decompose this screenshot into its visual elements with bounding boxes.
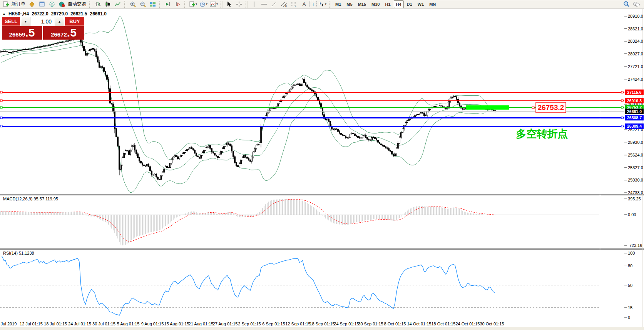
bar-close-value: 26661.0 xyxy=(90,11,106,17)
timeframe-button-M15[interactable]: M15 xyxy=(356,0,368,8)
svg-text:28324.0: 28324.0 xyxy=(628,39,643,43)
toolbar-separator xyxy=(184,1,186,8)
toolbar-separator xyxy=(246,1,248,8)
svg-text:15 Aug 01:15: 15 Aug 01:15 xyxy=(164,322,189,326)
timeframe-button-M1[interactable]: M1 xyxy=(333,0,343,8)
chart-canvas[interactable]: 28918.028621.028324.028027.027721.027424… xyxy=(0,9,644,330)
svg-text:5 Aug 01:15: 5 Aug 01:15 xyxy=(117,322,140,326)
svg-text:26661.0: 26661.0 xyxy=(627,109,642,114)
timeframe-button-H1[interactable]: H1 xyxy=(383,0,393,8)
zoom-in-button[interactable] xyxy=(128,0,137,8)
vertical-line-icon xyxy=(251,1,257,7)
svg-text:24733.0: 24733.0 xyxy=(628,190,643,195)
svg-text:80: 80 xyxy=(628,263,632,268)
timeframe-button-D1[interactable]: D1 xyxy=(405,0,415,8)
toolbar-separator xyxy=(124,1,126,8)
svg-text:50: 50 xyxy=(628,283,632,288)
template-chart-icon xyxy=(210,1,216,7)
arrows-tool-button[interactable]: ▾ xyxy=(318,0,327,8)
trendline-icon xyxy=(271,1,277,7)
templates-button[interactable]: ▾ xyxy=(209,0,219,8)
autotrading-label[interactable]: 自动交易 xyxy=(68,1,86,7)
timeframe-button-H4[interactable]: H4 xyxy=(394,0,404,8)
tile-windows-button[interactable] xyxy=(148,0,157,8)
new-chart-icon xyxy=(189,1,195,7)
new-order-button[interactable] xyxy=(1,0,10,8)
sell-button[interactable]: SELL xyxy=(2,17,20,26)
chat-button[interactable] xyxy=(632,0,641,8)
svg-text:28918.0: 28918.0 xyxy=(628,14,643,18)
vertical-line-tool-button[interactable] xyxy=(249,0,259,8)
one-click-trading-panel: SELL ▼ 1.00 ▲ BUY 26659.5 26672.5 xyxy=(2,17,84,40)
timeframe-button-W1[interactable]: W1 xyxy=(415,0,427,8)
svg-text:24 Oct 01:15: 24 Oct 01:15 xyxy=(456,322,480,326)
svg-text:25030.0: 25030.0 xyxy=(628,178,643,182)
periods-button[interactable]: ▾ xyxy=(199,0,208,8)
tile-windows-icon xyxy=(150,1,156,7)
chart-symbol-period: HK50-,H4 xyxy=(8,11,29,17)
channel-tool-button[interactable]: E xyxy=(279,0,289,8)
bar-open-value: 26722.0 xyxy=(32,11,48,17)
line-chart-mode-button[interactable] xyxy=(113,0,122,8)
svg-text:27721.0: 27721.0 xyxy=(628,64,643,69)
navigator-button[interactable] xyxy=(47,0,57,8)
volume-increase-button[interactable]: ▲ xyxy=(55,17,64,26)
crosshair-tool-button[interactable] xyxy=(234,0,244,8)
svg-text:30 Oct 01:15: 30 Oct 01:15 xyxy=(480,322,504,326)
auto-scroll-button[interactable] xyxy=(163,0,172,8)
svg-text:-723.16: -723.16 xyxy=(628,243,642,248)
new-chart-button[interactable]: ▾ xyxy=(188,0,198,8)
bar-chart-mode-button[interactable] xyxy=(93,0,102,8)
horizontal-line-tool-button[interactable] xyxy=(259,0,269,8)
candlestick-mode-button[interactable] xyxy=(103,0,112,8)
volume-input[interactable]: 1.00 xyxy=(30,17,55,26)
svg-text:28621.0: 28621.0 xyxy=(628,27,643,31)
market-watch-button[interactable] xyxy=(27,0,37,8)
chevron-down-icon: ▾ xyxy=(206,2,207,6)
text-label-tool-button[interactable]: T xyxy=(309,1,317,7)
chart-shift-button[interactable] xyxy=(173,0,182,8)
svg-text:0.00: 0.00 xyxy=(628,212,636,217)
buy-button[interactable]: BUY xyxy=(65,17,84,26)
buy-price[interactable]: 26672.5 xyxy=(43,26,84,40)
svg-text:24 Sep 01:15: 24 Sep 01:15 xyxy=(334,322,359,326)
svg-text:26916.3: 26916.3 xyxy=(627,98,642,103)
text-tool-button[interactable]: A xyxy=(299,0,309,8)
svg-text:RSI(14) 51.1238: RSI(14) 51.1238 xyxy=(3,251,34,255)
candlestick-icon xyxy=(105,1,111,7)
volume-spinner: ▼ 1.00 ▲ xyxy=(21,17,64,26)
line-chart-icon xyxy=(115,1,121,7)
svg-text:100: 100 xyxy=(628,251,635,255)
svg-text:21 Aug 01:15: 21 Aug 01:15 xyxy=(189,322,214,326)
svg-text:18 Jul 01:15: 18 Jul 01:15 xyxy=(44,322,67,326)
svg-text:25327.0: 25327.0 xyxy=(628,165,643,170)
volume-decrease-button[interactable]: ▼ xyxy=(21,17,30,26)
svg-text:27115.6: 27115.6 xyxy=(627,90,642,95)
panel-collapse-icon[interactable]: ▲ xyxy=(2,12,6,16)
svg-text:12 Sep 01:15: 12 Sep 01:15 xyxy=(285,322,310,326)
bar-low-value: 26621.5 xyxy=(70,11,87,17)
cursor-tool-button[interactable] xyxy=(224,0,234,8)
new-order-label[interactable]: 新订单 xyxy=(12,1,25,7)
svg-text:30 Jul 01:15: 30 Jul 01:15 xyxy=(92,322,115,326)
chevron-down-icon: ▾ xyxy=(196,2,197,6)
timeframe-button-M5[interactable]: M5 xyxy=(344,0,355,8)
toolbar-separator xyxy=(89,1,91,8)
svg-text:26309.4: 26309.4 xyxy=(627,124,642,128)
search-button[interactable] xyxy=(622,0,631,8)
arrow-objects-icon xyxy=(318,1,325,7)
trading-terminal-window: 新订单 自动交易 xyxy=(0,0,644,330)
svg-text:18 Oct 01:15: 18 Oct 01:15 xyxy=(432,322,456,326)
trendline-tool-button[interactable] xyxy=(269,0,279,8)
timeframe-button-M30[interactable]: M30 xyxy=(369,0,382,8)
fibonacci-tool-button[interactable]: F xyxy=(289,0,299,8)
search-icon xyxy=(623,1,630,8)
sell-price[interactable]: 26659.5 xyxy=(2,26,42,40)
autotrading-button[interactable] xyxy=(57,0,67,8)
timeframe-button-MN[interactable]: MN xyxy=(427,0,438,8)
svg-text:27424.0: 27424.0 xyxy=(628,77,643,82)
zoom-out-button[interactable] xyxy=(138,0,147,8)
data-window-button[interactable] xyxy=(37,0,47,8)
chart-title: ▲ HK50-,H4 26722.0 26729.0 26621.5 26661… xyxy=(2,11,107,17)
chevron-down-icon: ▾ xyxy=(325,2,326,6)
